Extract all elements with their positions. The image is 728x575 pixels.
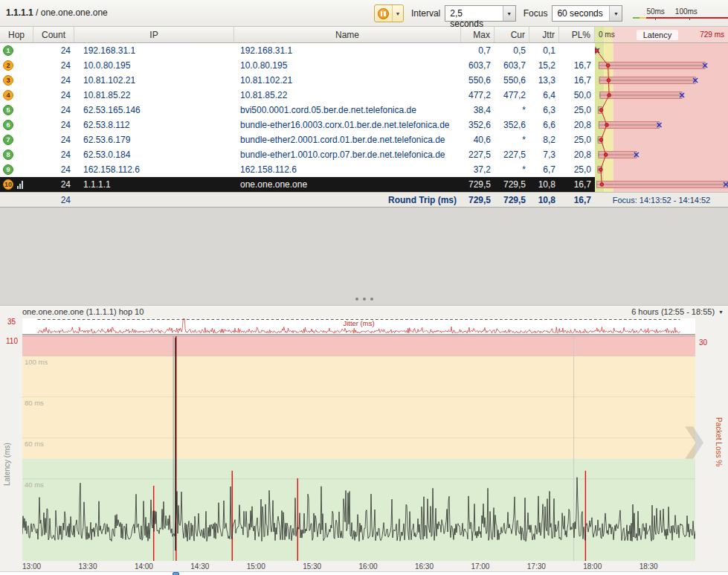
table-row[interactable]: 924162.158.112.6162.158.112.637,2*6,725,… [0,162,728,177]
latency-cell [595,118,728,132]
scroll-position-marker[interactable] [173,572,179,575]
count-cell: 24 [33,73,74,88]
pl-cell: 20,8 [559,147,595,162]
summary-cur: 729,5 [495,195,529,205]
latency-cell [595,58,728,73]
latency-cell [595,103,728,118]
hop-cell: 3 [0,73,33,88]
column-header-cur[interactable]: Cur [495,27,529,42]
column-header-hop[interactable]: Hop [0,27,33,42]
hop-badge: 4 [3,90,13,100]
ip-cell: 62.53.0.184 [74,147,234,162]
timeframe-select[interactable]: 6 hours (12:55 - 18:55) ▼ [631,307,724,316]
time-axis-label: 14:00 [130,562,157,571]
column-header-latency[interactable]: 0 ms Latency 729 ms [595,27,728,42]
table-row[interactable]: 52462.53.165.146bvi500.0001.cord.05.ber.… [0,103,728,118]
latency-scale-min: 0 ms [599,30,615,39]
cur-cell: 603,7 [495,58,529,73]
column-header-jttr[interactable]: Jttr [529,27,559,42]
hop-table-body: 124192.168.31.1192.168.31.10,70,50,12241… [0,43,728,192]
max-cell: 352,6 [461,118,495,132]
ip-cell: 62.53.165.146 [74,103,234,118]
time-axis-label: 14:30 [187,562,213,571]
cur-cell: * [495,103,529,118]
interval-select[interactable]: 2,5 seconds ▼ [445,5,515,22]
count-cell: 24 [33,103,74,118]
column-header-name[interactable]: Name [234,27,461,42]
hop-badge: 1 [3,45,13,56]
ip-cell: 192.168.31.1 [74,43,234,58]
jttr-cell: 6,6 [529,118,559,132]
timeframe-value: 6 hours (12:55 - 18:55) [631,307,715,316]
pl-cell: 16,7 [559,58,595,73]
max-cell: 0,7 [461,43,495,58]
timeline-scrollbar[interactable] [0,571,728,575]
pl-cell: 25,0 [559,103,595,118]
max-cell: 40,6 [461,132,495,147]
column-header-count[interactable]: Count [33,27,74,42]
column-header-pl[interactable]: PL% [559,27,595,42]
table-row[interactable]: 72462.53.6.179bundle-ether2.0001.cord.01… [0,132,728,147]
table-row[interactable]: 82462.53.0.184bundle-ether1.0010.corp.07… [0,147,728,162]
pl-cell: 16,7 [559,177,595,192]
latency-timeline-chart[interactable] [22,335,695,561]
table-row[interactable]: 62462.53.8.112bundle-ether16.0003.corx.0… [0,118,728,132]
hop-badge: 3 [3,75,13,86]
graph-icon [17,181,23,189]
count-cell: 24 [33,162,74,177]
count-cell: 24 [33,58,74,73]
pause-dropdown[interactable]: ▼ [393,5,403,22]
latency-header-title: Latency [637,30,679,40]
count-cell: 24 [33,147,74,162]
hop-cell: 5 [0,103,33,118]
time-axis-label: 13:30 [74,562,101,571]
column-header-ip[interactable]: IP [74,27,234,42]
latency-axis-max: 110 [6,337,18,345]
ip-cell: 62.53.6.179 [74,132,234,147]
cur-cell: 729,5 [495,177,529,192]
next-arrow-icon[interactable]: ❯ [681,425,707,456]
dropdown-arrow-icon: ▼ [395,11,400,16]
legend-100ms-label: 100ms [675,7,698,16]
hop-cell: 1 [0,43,33,58]
pause-button[interactable] [375,5,393,22]
max-cell: 227,5 [461,147,495,162]
time-axis-label: 13:00 [19,562,45,571]
cur-cell: 477,2 [495,88,529,103]
table-row[interactable]: 32410.81.102.2110.81.102.21550,6550,613,… [0,73,728,88]
table-row[interactable]: 22410.0.80.19510.0.80.195603,7603,715,21… [0,58,728,73]
pl-cell: 16,7 [559,73,595,88]
summary-jttr: 10,8 [529,195,559,205]
table-row[interactable]: 42410.81.85.2210.81.85.22477,2477,26,450… [0,88,728,103]
target-label: 1.1.1.1 / one.one.one.one [6,7,108,18]
jttr-cell: 6,7 [529,162,559,177]
column-header-max[interactable]: Max [461,27,495,42]
max-cell: 37,2 [461,162,495,177]
table-row[interactable]: 124192.168.31.1192.168.31.10,70,50,1 [0,43,728,58]
cur-cell: 227,5 [495,147,529,162]
max-cell: 603,7 [461,58,495,73]
hop-badge: 7 [3,135,13,145]
hop-badge: 2 [3,60,13,71]
hop-cell: 8 [0,147,33,162]
focus-select[interactable]: 60 seconds ▼ [552,5,622,22]
count-cell: 24 [33,43,74,58]
hop-cell: 9 [0,162,33,177]
interval-label: Interval [411,8,440,19]
loss-axis-max: 30 [699,338,707,347]
count-cell: 24 [33,132,74,147]
name-cell: bundle-ether2.0001.cord.01.ber.de.net.te… [234,132,461,147]
table-row[interactable]: 10241.1.1.1one.one.one.one729,5729,510,8… [0,177,728,192]
toolbar-controls: ▼ Interval 2,5 seconds ▼ Focus 60 second… [374,4,728,23]
name-cell: bundle-ether16.0003.corx.01.ber.de.net.t… [234,118,461,132]
ip-cell: 10.81.102.21 [74,73,234,88]
summary-count: 24 [33,195,74,205]
splitter-handle[interactable] [0,295,728,303]
time-axis-label: 15:30 [299,562,326,571]
cur-cell: 550,6 [495,73,529,88]
count-cell: 24 [33,177,74,192]
hop-cell: 7 [0,132,33,147]
pl-cell: 20,8 [559,118,595,132]
ip-cell: 62.53.8.112 [74,118,234,132]
max-cell: 729,5 [461,177,495,192]
